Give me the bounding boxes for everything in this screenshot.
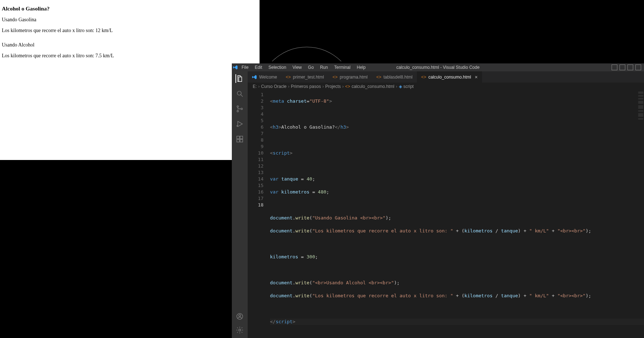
code-line	[270, 267, 644, 273]
tab-label: calculo_consumo.html	[428, 75, 471, 80]
layout-left-icon[interactable]	[612, 65, 617, 70]
line-number: 15	[248, 182, 264, 189]
menu-view[interactable]: View	[290, 65, 304, 70]
menu-run[interactable]: Run	[318, 65, 330, 70]
code-line: var kilometros = 480;	[270, 189, 644, 195]
activity-bar	[232, 71, 248, 338]
tab-primer-test[interactable]: <> primer_test.html	[282, 71, 328, 83]
breadcrumb-part[interactable]: Projects	[325, 84, 341, 89]
vscode-window: File Edit Selection View Go Run Terminal…	[232, 63, 644, 338]
tab-tablasdel8[interactable]: <> tablasdel8.html	[372, 71, 417, 83]
code-line	[270, 137, 644, 143]
menu-edit[interactable]: Edit	[252, 65, 265, 70]
line-number: 6	[248, 124, 264, 130]
breadcrumb-file[interactable]: calculo_consumo.html	[352, 84, 395, 89]
rendered-page: Alcohol o Gasolina? Usando Gasolina Los …	[0, 0, 260, 160]
html-file-icon: <>	[421, 75, 426, 80]
chevron-right-icon: ›	[396, 84, 397, 89]
code-line: kilometros = 300;	[270, 254, 644, 260]
svg-point-3	[237, 110, 238, 112]
alcohol-result: Los kilometros que recorre el auto x lit…	[2, 53, 258, 59]
line-number: 8	[248, 137, 264, 143]
tab-label: programa.html	[340, 75, 368, 80]
breadcrumb-part[interactable]: E:	[253, 84, 257, 89]
layout-right-icon[interactable]	[627, 65, 633, 70]
svg-rect-8	[237, 139, 239, 142]
vscode-tab-icon	[252, 75, 257, 80]
svg-point-12	[239, 315, 241, 317]
code-editor[interactable]: 1 2 3 4 5 6 7 8 9 10 11 12 13 14 15 16 1	[248, 90, 644, 338]
line-number: 9	[248, 143, 264, 150]
line-number: 17	[248, 195, 264, 202]
menu-go[interactable]: Go	[306, 65, 316, 70]
code-line	[270, 163, 644, 169]
menu-help[interactable]: Help	[354, 65, 368, 70]
code-line: document.write("<br>Usando Alcohol <br><…	[270, 280, 644, 286]
code-line: document.write("Usando Gasolina <br><br>…	[270, 215, 644, 221]
line-number: 13	[248, 169, 264, 176]
line-number: 14	[248, 176, 264, 182]
breadcrumb-part[interactable]: Curso Oracle	[261, 84, 287, 89]
search-icon[interactable]	[235, 89, 244, 98]
svg-point-0	[237, 91, 241, 95]
breadcrumb-part[interactable]: Primeros pasos	[291, 84, 321, 89]
line-number-gutter: 1 2 3 4 5 6 7 8 9 10 11 12 13 14 15 16 1	[248, 90, 268, 338]
code-line: <meta charset="UTF-8">	[270, 98, 644, 104]
line-number: 1	[248, 92, 264, 98]
chevron-right-icon: ›	[258, 84, 260, 89]
menu-selection[interactable]: Selection	[266, 65, 289, 70]
tab-label: tablasdel8.html	[383, 75, 413, 80]
menu-terminal[interactable]: Terminal	[332, 65, 353, 70]
line-number: 2	[248, 98, 264, 104]
tab-label: primer_test.html	[293, 75, 324, 80]
line-number: 16	[248, 189, 264, 195]
tab-programa[interactable]: <> programa.html	[328, 71, 372, 83]
code-line	[270, 202, 644, 208]
layout-controls	[612, 65, 641, 70]
svg-rect-7	[237, 136, 239, 139]
chevron-right-icon: ›	[342, 84, 344, 89]
layout-bottom-icon[interactable]	[620, 65, 625, 70]
code-line: </script>	[270, 319, 644, 325]
line-number: 12	[248, 163, 264, 169]
line-number: 4	[248, 111, 264, 117]
breadcrumb-symbol[interactable]: script	[404, 84, 414, 89]
title-bar: File Edit Selection View Go Run Terminal…	[232, 63, 644, 71]
explorer-icon[interactable]	[235, 74, 244, 83]
code-content[interactable]: <meta charset="UTF-8"> <h3>Alcohol o Gas…	[268, 90, 644, 338]
line-number: 3	[248, 104, 264, 111]
run-debug-icon[interactable]	[235, 120, 244, 128]
line-number: 7	[248, 130, 264, 137]
line-number: 5	[248, 117, 264, 124]
code-line: <script>	[270, 150, 644, 156]
minimap[interactable]	[638, 90, 644, 338]
svg-point-6	[237, 126, 238, 126]
tab-calculo-consumo[interactable]: <> calculo_consumo.html ×	[417, 71, 482, 83]
html-file-icon: <>	[345, 84, 350, 89]
breadcrumb: E:› Curso Oracle› Primeros pasos› Projec…	[248, 83, 644, 90]
gasolina-label: Usando Gasolina	[2, 17, 258, 23]
svg-line-1	[241, 95, 243, 97]
alcohol-label: Usando Alcohol	[2, 42, 258, 48]
code-line: document.write("Los kilometros que recor…	[270, 293, 644, 299]
menu-file[interactable]: File	[239, 65, 251, 70]
chevron-right-icon: ›	[322, 84, 324, 89]
code-line	[270, 241, 644, 247]
layout-grid-icon[interactable]	[635, 65, 641, 70]
tab-welcome[interactable]: Welcome	[248, 71, 282, 83]
svg-point-13	[239, 329, 241, 331]
extensions-icon[interactable]	[235, 135, 244, 143]
window-title: calculo_consumo.html - Visual Studio Cod…	[396, 65, 479, 70]
line-number: 11	[248, 156, 264, 163]
code-line: var tanque = 40;	[270, 176, 644, 182]
source-control-icon[interactable]	[235, 104, 244, 113]
chevron-right-icon: ›	[288, 84, 289, 89]
svg-marker-5	[238, 121, 243, 127]
line-number: 18	[248, 202, 264, 208]
symbol-icon: ◈	[399, 84, 402, 89]
close-icon[interactable]: ×	[475, 74, 478, 80]
settings-gear-icon[interactable]	[235, 326, 244, 334]
code-line: <h3>Alcohol o Gasolina?</h3>	[270, 124, 644, 130]
account-icon[interactable]	[235, 312, 244, 321]
code-line	[270, 111, 644, 117]
